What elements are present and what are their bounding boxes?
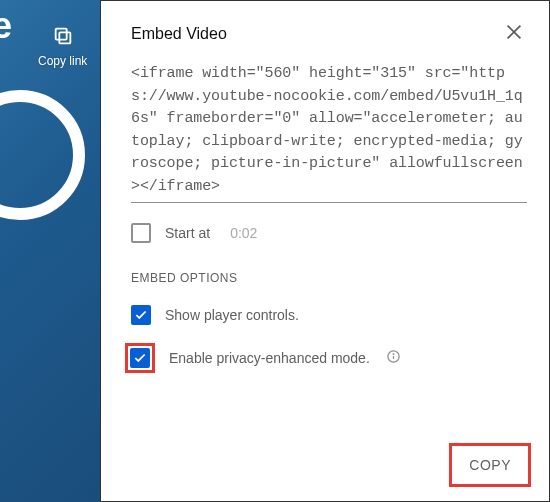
copy-icon [52,25,74,51]
panel-footer: COPY [101,433,549,501]
embed-options-title: EMBED OPTIONS [131,271,527,285]
svg-rect-0 [59,32,70,43]
privacy-mode-row: Enable privacy-enhanced mode. [131,343,527,373]
copy-link-label: Copy link [38,54,87,68]
svg-rect-1 [55,29,66,40]
embed-panel: Embed Video <iframe width="560" height="… [100,0,550,502]
start-at-label: Start at [165,225,210,241]
info-icon[interactable] [386,349,401,367]
wordpress-logo-partial [0,90,85,220]
copy-link-option[interactable]: Copy link [38,25,87,68]
privacy-label: Enable privacy-enhanced mode. [169,350,370,366]
start-at-time[interactable]: 0:02 [230,225,257,241]
close-button[interactable] [499,17,529,51]
highlight-copy-button: COPY [449,443,531,487]
panel-title: Embed Video [131,25,227,43]
start-at-checkbox[interactable] [131,223,151,243]
svg-point-6 [393,354,394,355]
privacy-checkbox[interactable] [130,348,150,368]
show-controls-label: Show player controls. [165,307,299,323]
video-background: ire Copy link [0,0,100,502]
panel-header: Embed Video [101,1,549,55]
panel-scroll-area[interactable]: <iframe width="560" height="315" src="ht… [101,55,549,433]
bg-partial-title: ire [0,5,11,47]
show-controls-checkbox[interactable] [131,305,151,325]
close-icon [503,21,525,43]
start-at-row: Start at 0:02 [131,223,527,243]
highlight-privacy-checkbox [125,343,155,373]
copy-button[interactable]: COPY [455,449,525,481]
embed-code-textarea[interactable]: <iframe width="560" height="315" src="ht… [131,63,527,203]
show-controls-row: Show player controls. [131,305,527,325]
